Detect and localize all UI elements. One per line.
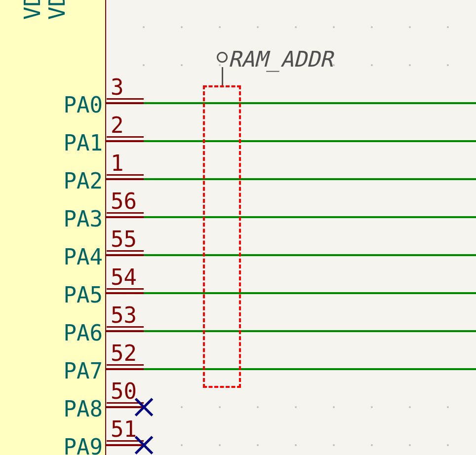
pin-name: PA5 [64, 282, 103, 307]
pin-underline [107, 364, 144, 366]
power-pin-name: VDD [44, 0, 70, 20]
pin-name: PA1 [64, 130, 103, 155]
no-connect-marker[interactable] [134, 435, 154, 455]
pin-name: PA3 [64, 206, 103, 231]
pin-underline [107, 212, 144, 214]
wire[interactable] [144, 254, 476, 256]
wire[interactable] [144, 178, 476, 180]
wire[interactable] [144, 368, 476, 370]
pin-number: 2 [111, 113, 124, 138]
net-label-anchor[interactable] [217, 52, 228, 63]
pin-underline [107, 250, 144, 252]
pin-name: PA9 [64, 434, 103, 455]
pin-number: 52 [111, 341, 137, 366]
pin-underline [107, 174, 144, 176]
pin-stub[interactable] [106, 292, 144, 294]
pin-stub[interactable] [106, 330, 144, 332]
wire[interactable] [144, 216, 476, 218]
pin-stub[interactable] [106, 178, 144, 180]
pin-number: 3 [111, 75, 124, 100]
pin-name: PA4 [64, 244, 103, 269]
pin-underline [107, 136, 144, 138]
pin-underline [107, 326, 144, 328]
wire[interactable] [144, 292, 476, 294]
selection-box [203, 85, 241, 388]
pin-number: 50 [111, 379, 137, 404]
pin-name: PA6 [64, 320, 103, 345]
pin-name: PA2 [64, 168, 103, 193]
net-label-text[interactable]: RAM_ADDR [228, 46, 333, 72]
pin-number: 54 [111, 265, 137, 290]
pin-stub[interactable] [106, 102, 144, 104]
net-label-stem [222, 67, 223, 85]
pin-number: 56 [111, 189, 137, 214]
pin-stub[interactable] [106, 216, 144, 218]
schematic-canvas[interactable]: VDDSVDDPA03PA12PA21PA356PA455PA554PA653P… [0, 0, 476, 455]
wire[interactable] [144, 102, 476, 104]
pin-number: 53 [111, 303, 137, 328]
power-pin-name: VDDS [20, 0, 45, 20]
pin-number: 55 [111, 227, 137, 252]
pin-stub[interactable] [106, 254, 144, 256]
pin-name: PA8 [64, 396, 103, 421]
pin-stub[interactable] [106, 140, 144, 142]
wire[interactable] [144, 140, 476, 142]
no-connect-marker[interactable] [134, 397, 154, 417]
pin-number: 1 [111, 151, 124, 176]
wire[interactable] [144, 330, 476, 332]
pin-name: PA7 [64, 358, 103, 383]
pin-underline [107, 98, 144, 100]
pin-stub[interactable] [106, 368, 144, 370]
pin-name: PA0 [64, 92, 103, 117]
pin-number: 51 [111, 417, 137, 442]
pin-underline [107, 288, 144, 290]
